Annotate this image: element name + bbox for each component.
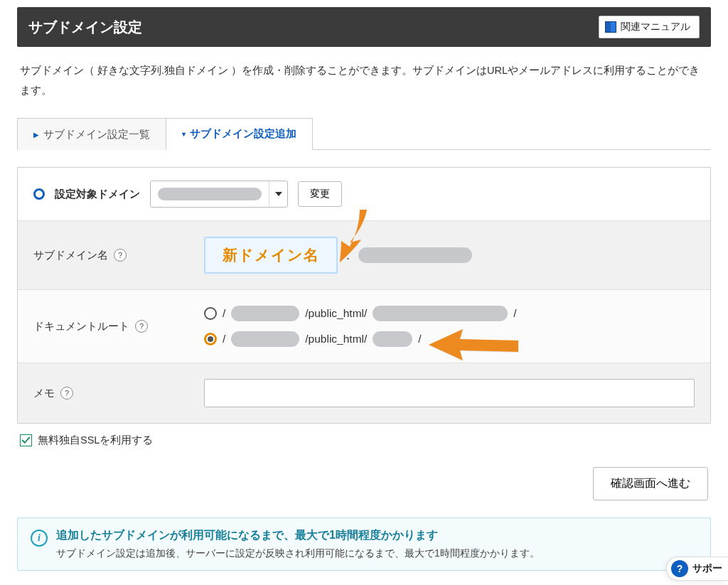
chevron-down-icon: ▾ — [182, 130, 186, 138]
tab-subdomain-list[interactable]: ▶ サブドメイン設定一覧 — [17, 118, 166, 150]
target-domain-row: 設定対象ドメイン 変更 — [18, 168, 710, 221]
slash: / — [418, 333, 421, 345]
confirm-button[interactable]: 確認画面へ進む — [593, 467, 708, 500]
path-segment: /public_html/ — [305, 307, 367, 320]
support-label: サポー — [692, 562, 722, 575]
row-document-root: ドキュメントルート ? / /public_html/ / / — [18, 290, 710, 363]
ssl-label: 無料独自SSLを利用する — [38, 434, 153, 447]
help-icon: ? — [671, 560, 688, 577]
slash: / — [223, 307, 225, 320]
chevron-down-icon[interactable] — [269, 181, 287, 207]
subdomain-name-input[interactable]: 新ドメイン名 — [204, 237, 338, 274]
page-header: サブドメイン設定 関連マニュアル — [17, 7, 711, 47]
tabs: ▶ サブドメイン設定一覧 ▾ サブドメイン設定追加 — [17, 117, 711, 150]
document-root-label: ドキュメントルート — [33, 320, 129, 333]
redacted-domain-suffix — [358, 247, 472, 263]
radio-docroot-2[interactable] — [204, 333, 217, 345]
page-title: サブドメイン設定 — [28, 18, 142, 37]
target-domain-label: 設定対象ドメイン — [55, 188, 140, 201]
tab-label: サブドメイン設定一覧 — [43, 128, 150, 141]
help-icon[interactable]: ? — [135, 320, 148, 333]
checkbox-free-ssl[interactable] — [20, 434, 32, 446]
domain-select[interactable] — [150, 181, 288, 208]
row-subdomain-name: サブドメイン名 ? 新ドメイン名 . — [18, 221, 710, 290]
ssl-checkbox-row[interactable]: 無料独自SSLを利用する — [17, 424, 711, 447]
info-body: サブドメイン設定は追加後、サーバーに設定が反映され利用可能になるまで、最大で1時… — [56, 547, 540, 560]
radio-docroot-1[interactable] — [204, 307, 217, 320]
check-icon — [21, 436, 31, 445]
info-box: i 追加したサブドメインが利用可能になるまで、最大で1時間程度かかります サブド… — [17, 517, 711, 571]
redacted-path-2b — [373, 331, 412, 347]
memo-label: メモ — [33, 387, 55, 400]
info-icon: i — [31, 530, 48, 547]
memo-input[interactable] — [204, 379, 695, 407]
intro-text: サブドメイン（ 好きな文字列.独自ドメイン ）を作成・削除することができます。サ… — [17, 47, 711, 117]
redacted-path-2a — [231, 331, 299, 347]
tab-label: サブドメイン設定追加 — [190, 127, 296, 141]
info-title: 追加したサブドメインが利用可能になるまで、最大で1時間程度かかります — [56, 528, 540, 543]
related-manual-button[interactable]: 関連マニュアル — [599, 16, 700, 38]
dot-separator: . — [346, 248, 350, 263]
redacted-path-1a — [231, 306, 299, 321]
related-manual-label: 関連マニュアル — [621, 21, 690, 33]
tab-subdomain-add[interactable]: ▾ サブドメイン設定追加 — [166, 118, 313, 150]
support-floating-button[interactable]: ? サポー — [666, 557, 728, 581]
redacted-path-1b — [373, 306, 508, 321]
slash: / — [223, 333, 225, 345]
book-icon — [605, 21, 616, 33]
help-icon[interactable]: ? — [60, 387, 73, 399]
docroot-option-1[interactable]: / /public_html/ / — [204, 306, 695, 321]
slash: / — [513, 307, 516, 320]
chevron-right-icon: ▶ — [33, 131, 39, 139]
change-domain-button[interactable]: 変更 — [298, 181, 342, 207]
radio-target-domain[interactable] — [33, 188, 45, 200]
path-segment: /public_html/ — [305, 333, 367, 345]
form-panel: 設定対象ドメイン 変更 サブドメイン名 ? 新ドメイン名 . ドキュメントルート… — [17, 167, 711, 424]
help-icon[interactable]: ? — [114, 249, 127, 262]
redacted-domain-value — [158, 188, 262, 200]
subdomain-name-label: サブドメイン名 — [33, 249, 108, 262]
docroot-option-2[interactable]: / /public_html/ / — [204, 331, 695, 347]
row-memo: メモ ? — [18, 363, 710, 423]
